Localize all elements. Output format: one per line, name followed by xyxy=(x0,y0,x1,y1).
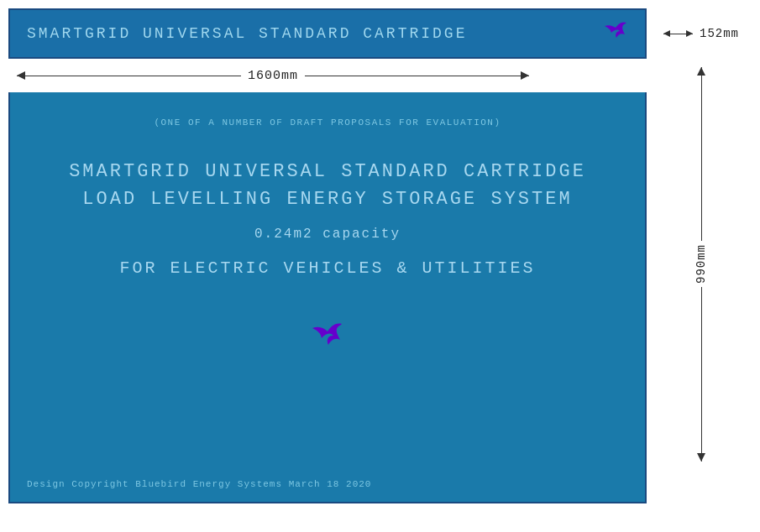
main-title-line2: LOAD LEVELLING ENERGY STORAGE SYSTEM xyxy=(82,189,572,210)
main-diagram: SMARTGRID UNIVERSAL STANDARD CARTRIDGE 1… xyxy=(8,8,647,503)
arrow-right-icon xyxy=(521,71,529,80)
right-dimension-panel: 152mm 990mm xyxy=(651,8,752,503)
height-152-label: 152mm xyxy=(700,27,739,40)
width-label: 1600mm xyxy=(241,69,305,83)
dim-990-arrow-top-icon xyxy=(697,67,705,76)
height-990-label: 990mm xyxy=(693,241,710,287)
header-title: SMARTGRID UNIVERSAL STANDARD CARTRIDGE xyxy=(27,25,467,42)
dim-990-arrow-bottom-icon xyxy=(697,453,705,462)
main-title-line4: FOR ELECTRIC VEHICLES & UTILITIES xyxy=(119,258,535,278)
dim-152-arrows xyxy=(663,21,693,46)
main-content-area: (ONE OF A NUMBER OF DRAFT PROPOSALS FOR … xyxy=(8,92,647,503)
draft-notice: (ONE OF A NUMBER OF DRAFT PROPOSALS FOR … xyxy=(154,117,501,128)
header-bar: SMARTGRID UNIVERSAL STANDARD CARTRIDGE xyxy=(8,8,647,59)
copyright-text: Design Copyright Bluebird Energy Systems… xyxy=(27,479,371,489)
height-152-dimension: 152mm xyxy=(651,8,752,59)
width-dimension: 1600mm xyxy=(8,59,537,92)
dim-152-arrow-left-icon xyxy=(663,30,670,37)
width-dimension-row: 1600mm xyxy=(8,59,647,92)
capacity-text: 0.24m2 capacity xyxy=(254,227,401,242)
bottom-bird-icon xyxy=(311,320,344,357)
arrow-left-icon xyxy=(17,71,25,80)
dim-152-arrow-right-icon xyxy=(686,30,693,37)
main-title-line1: SMARTGRID UNIVERSAL STANDARD CARTRIDGE xyxy=(69,161,586,182)
height-990-dimension: 990mm xyxy=(676,59,726,470)
header-bird-icon xyxy=(603,19,628,49)
